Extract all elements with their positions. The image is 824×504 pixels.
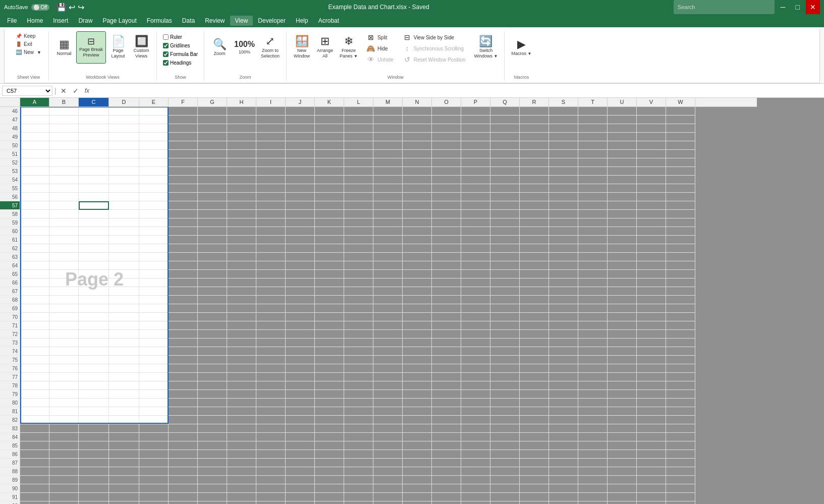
grid-cell[interactable]	[490, 347, 520, 356]
grid-cell[interactable]	[286, 330, 315, 339]
row-number[interactable]: 50	[0, 141, 20, 150]
row-number[interactable]: 73	[0, 339, 20, 347]
grid-cell[interactable]	[344, 270, 373, 278]
grid-cell[interactable]	[344, 107, 373, 116]
grid-cell[interactable]	[20, 184, 49, 193]
col-header-e[interactable]: E	[139, 98, 169, 106]
grid-cell[interactable]	[139, 244, 169, 253]
grid-cell[interactable]	[227, 150, 256, 158]
grid-cell[interactable]	[637, 158, 666, 167]
grid-cell[interactable]	[549, 476, 578, 484]
grid-cell[interactable]	[315, 459, 344, 467]
grid-cell[interactable]	[315, 330, 344, 339]
row-number[interactable]: 70	[0, 313, 20, 321]
grid-cell[interactable]	[461, 476, 490, 484]
grid-cell[interactable]	[286, 484, 315, 493]
grid-cell[interactable]	[520, 407, 549, 416]
row-number[interactable]: 56	[0, 193, 20, 201]
row-number[interactable]: 91	[0, 493, 20, 501]
grid-cell[interactable]	[578, 484, 608, 493]
grid-cell[interactable]	[315, 467, 344, 476]
grid-cell[interactable]	[198, 218, 227, 227]
grid-cell[interactable]	[549, 381, 578, 390]
grid-cell[interactable]	[461, 133, 490, 141]
headings-checkbox[interactable]: Headings	[161, 59, 193, 67]
grid-cell[interactable]	[432, 501, 461, 504]
grid-cell[interactable]	[315, 356, 344, 364]
grid-cell[interactable]	[666, 356, 695, 364]
grid-cell[interactable]	[490, 176, 520, 184]
grid-cell[interactable]	[20, 278, 49, 287]
row-number[interactable]: 88	[0, 467, 20, 476]
grid-cell[interactable]	[49, 407, 79, 416]
grid-cell[interactable]	[109, 201, 139, 210]
custom-views-button[interactable]: 🔲 CustomViews	[130, 31, 152, 64]
grid-cell[interactable]	[373, 244, 403, 253]
grid-cell[interactable]	[139, 356, 169, 364]
grid-cell[interactable]	[227, 124, 256, 133]
grid-cell[interactable]	[139, 278, 169, 287]
grid-cell[interactable]	[637, 459, 666, 467]
grid-cell[interactable]	[461, 253, 490, 261]
grid-cell[interactable]	[79, 390, 109, 399]
grid-cell[interactable]	[109, 476, 139, 484]
grid-cell[interactable]	[169, 150, 198, 158]
row-number[interactable]: 53	[0, 167, 20, 176]
grid-cell[interactable]	[198, 133, 227, 141]
grid-cell[interactable]	[49, 133, 79, 141]
grid-cell[interactable]	[139, 339, 169, 347]
grid-cell[interactable]	[79, 124, 109, 133]
grid-cell[interactable]	[227, 364, 256, 373]
grid-cell[interactable]	[256, 201, 286, 210]
gridlines-check-input[interactable]	[163, 43, 169, 48]
grid-cell[interactable]	[169, 484, 198, 493]
grid-cell[interactable]	[286, 210, 315, 218]
grid-cell[interactable]	[49, 321, 79, 330]
grid-cell[interactable]	[520, 339, 549, 347]
grid-cell[interactable]	[637, 270, 666, 278]
grid-cell[interactable]	[666, 253, 695, 261]
menu-insert[interactable]: Insert	[48, 16, 73, 26]
grid-cell[interactable]	[227, 278, 256, 287]
grid-cell[interactable]	[432, 399, 461, 407]
grid-cell[interactable]	[20, 476, 49, 484]
row-number[interactable]: 86	[0, 450, 20, 459]
grid-cell[interactable]	[286, 141, 315, 150]
grid-cell[interactable]	[79, 356, 109, 364]
grid-cell[interactable]	[608, 218, 637, 227]
grid-cell[interactable]	[227, 244, 256, 253]
grid-cell[interactable]	[20, 484, 49, 493]
grid-cell[interactable]	[256, 244, 286, 253]
grid-cell[interactable]	[256, 441, 286, 450]
grid-cell[interactable]	[520, 227, 549, 236]
grid-cell[interactable]	[637, 261, 666, 270]
grid-cell[interactable]	[637, 227, 666, 236]
row-number[interactable]: 80	[0, 399, 20, 407]
grid-cell[interactable]	[432, 184, 461, 193]
grid-cell[interactable]	[139, 150, 169, 158]
grid-cell[interactable]	[198, 150, 227, 158]
grid-cell[interactable]	[637, 433, 666, 441]
grid-cell[interactable]	[169, 364, 198, 373]
grid-cell[interactable]	[139, 210, 169, 218]
grid-cell[interactable]	[637, 347, 666, 356]
grid-cell[interactable]	[344, 296, 373, 304]
grid-cell[interactable]	[286, 493, 315, 501]
grid-cell[interactable]	[373, 493, 403, 501]
grid-cell[interactable]	[79, 287, 109, 296]
grid-cell[interactable]	[403, 270, 432, 278]
grid-cell[interactable]	[109, 176, 139, 184]
grid-cell[interactable]	[578, 236, 608, 244]
grid-cell[interactable]	[432, 304, 461, 313]
grid-cell[interactable]	[139, 433, 169, 441]
grid-cell[interactable]	[20, 158, 49, 167]
grid-cell[interactable]	[139, 107, 169, 116]
grid-cell[interactable]	[490, 381, 520, 390]
grid-cell[interactable]	[637, 278, 666, 287]
grid-cell[interactable]	[403, 261, 432, 270]
menu-file[interactable]: File	[2, 16, 22, 26]
grid-cell[interactable]	[344, 381, 373, 390]
grid-cell[interactable]	[432, 450, 461, 459]
grid-cell[interactable]	[79, 201, 109, 210]
grid-cell[interactable]	[286, 227, 315, 236]
